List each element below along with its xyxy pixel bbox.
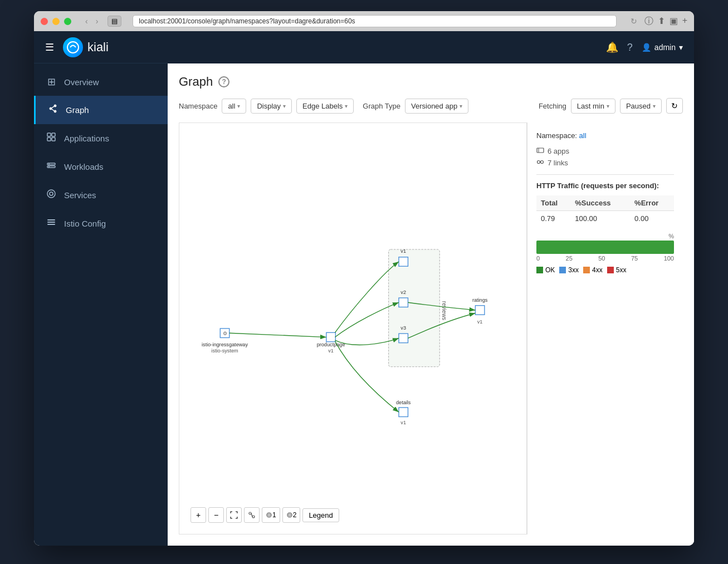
forward-button[interactable]: ›	[93, 16, 101, 27]
notification-icon[interactable]: 🔔	[606, 41, 618, 53]
graph-canvas[interactable]: reviews ⚙ istio-ingressgateway istio-sys…	[179, 122, 527, 534]
gateway-sublabel: istio-system	[211, 348, 238, 354]
top-nav: 🔔 ? 👤 admin ▾	[168, 31, 694, 63]
productpage-sublabel: v1	[328, 348, 334, 354]
app-name: kiali	[87, 40, 109, 55]
col-error: %Error	[630, 195, 674, 211]
url-bar[interactable]	[133, 15, 616, 27]
back-button[interactable]: ‹	[82, 16, 91, 27]
help-icon[interactable]: ?	[627, 42, 633, 53]
refresh-nav-button[interactable]: ↻	[628, 16, 640, 27]
sidebar-nav: ⊞ Overview Graph	[34, 63, 168, 546]
share-icon[interactable]: ⬆	[658, 16, 665, 27]
sidebar-item-workloads[interactable]: Workloads	[34, 153, 168, 181]
productpage-node-box[interactable]	[326, 332, 335, 341]
axis-50: 50	[598, 255, 605, 262]
panel-links-stat: 7 links	[536, 158, 674, 168]
page-help-icon[interactable]: ?	[218, 76, 229, 87]
details-node-box[interactable]	[399, 408, 408, 416]
namespace-dropdown[interactable]: all ▾	[222, 99, 246, 114]
hamburger-button[interactable]: ☰	[43, 39, 56, 56]
reviews-group-box	[389, 249, 440, 367]
legend-button[interactable]: Legend	[302, 508, 339, 522]
title-bar: ‹ › ▤ ↻ ⓘ ⬆ ▣ +	[34, 11, 694, 31]
sidebar-header: ☰ kiali	[34, 31, 168, 63]
chart-area: % 0 25 50 75 100	[536, 233, 674, 262]
edge-labels-dropdown[interactable]: Edge Labels ▾	[296, 99, 354, 114]
panel-namespace-label: Namespace:	[536, 131, 577, 140]
traffic-table: Total %Success %Error 0.79 100.00 0.00	[536, 195, 674, 226]
app-body: ☰ kiali ⊞ Overview	[34, 31, 694, 546]
svg-line-22	[251, 513, 252, 517]
legend-row: OK 3xx 4xx	[536, 266, 674, 274]
legend-ok-dot	[536, 267, 543, 273]
istio-config-icon	[45, 217, 57, 230]
refresh-button[interactable]: ↻	[666, 98, 683, 114]
sidebar-item-overview[interactable]: ⊞ Overview	[34, 68, 168, 96]
sidebar-item-applications[interactable]: Applications	[34, 124, 168, 153]
info-icon[interactable]: ⓘ	[644, 16, 653, 27]
reviews-v1-label: v1	[400, 248, 406, 254]
graph-icon	[47, 104, 59, 116]
minimize-button[interactable]	[52, 18, 60, 25]
reviews-v2-node-box[interactable]	[399, 298, 408, 307]
sidebar-item-istio-config[interactable]: Istio Config	[34, 209, 168, 238]
sidebar-item-label: Applications	[64, 134, 109, 143]
graph-type-value: Versioned app	[411, 102, 457, 110]
links-count: 7 links	[548, 159, 568, 167]
services-icon	[45, 189, 57, 202]
bar-chart	[536, 241, 674, 254]
layout-1-button[interactable]: 1	[262, 507, 280, 523]
fit-button[interactable]	[226, 507, 242, 523]
reviews-group-label: reviews	[441, 301, 447, 320]
display-dropdown[interactable]: Display ▾	[251, 99, 292, 114]
svg-point-30	[541, 161, 544, 164]
zoom-in-button[interactable]: +	[190, 507, 206, 523]
layout-reset-button[interactable]	[244, 507, 260, 523]
svg-rect-8	[47, 138, 51, 141]
axis-25: 25	[566, 255, 573, 262]
graph-svg: reviews ⚙ istio-ingressgateway istio-sys…	[179, 123, 526, 534]
reviews-v3-node-box[interactable]	[399, 334, 408, 342]
ratings-node-box[interactable]	[475, 306, 484, 315]
svg-point-20	[249, 512, 251, 514]
svg-point-24	[268, 514, 270, 516]
user-chevron-icon: ▾	[679, 43, 683, 52]
svg-point-12	[48, 164, 50, 165]
graph-type-dropdown[interactable]: Versioned app ▾	[405, 99, 468, 114]
tabs-icon[interactable]: ▣	[670, 16, 678, 27]
paused-dropdown[interactable]: Paused ▾	[620, 99, 662, 114]
svg-point-14	[47, 190, 55, 198]
layout-2-button[interactable]: 2	[282, 507, 301, 523]
svg-rect-16	[47, 219, 55, 220]
legend-4xx-label: 4xx	[592, 266, 603, 274]
panel-apps-stat: 6 apps	[536, 146, 674, 156]
reviews-v1-node-box[interactable]	[399, 257, 408, 266]
sidebar-item-label: Istio Config	[64, 219, 106, 228]
close-button[interactable]	[41, 18, 48, 25]
right-panel: Namespace: all 6 apps	[527, 122, 683, 534]
fetching-dropdown[interactable]: Last min ▾	[571, 99, 615, 114]
panel-namespace: Namespace: all	[536, 131, 674, 140]
username: admin	[654, 43, 676, 52]
reviews-v2-label: v2	[400, 290, 406, 295]
zoom-out-button[interactable]: −	[208, 507, 224, 523]
fetching-chevron-icon: ▾	[607, 103, 609, 109]
main-content: 🔔 ? 👤 admin ▾ Graph ? Namespace	[168, 31, 694, 546]
user-menu[interactable]: 👤 admin ▾	[642, 43, 683, 52]
panel-namespace-link[interactable]: all	[579, 131, 587, 140]
sidebar-item-services[interactable]: Services	[34, 181, 168, 209]
svg-point-0	[67, 42, 79, 53]
legend-5xx-dot	[607, 267, 614, 273]
layout-button[interactable]: ▤	[108, 16, 121, 27]
ratings-sublabel: v1	[477, 319, 483, 325]
maximize-button[interactable]	[64, 18, 71, 25]
graph-type-chevron-icon: ▾	[460, 103, 462, 109]
gateway-node-icon: ⚙	[223, 331, 227, 336]
sidebar-item-graph[interactable]: Graph	[34, 96, 168, 124]
cell-error: 0.00	[630, 211, 674, 227]
paused-chevron-icon: ▾	[653, 103, 656, 109]
svg-point-13	[48, 166, 50, 168]
new-tab-icon[interactable]: +	[682, 16, 687, 27]
fetching-section: Fetching Last min ▾ Paused ▾ ↻	[539, 98, 683, 114]
